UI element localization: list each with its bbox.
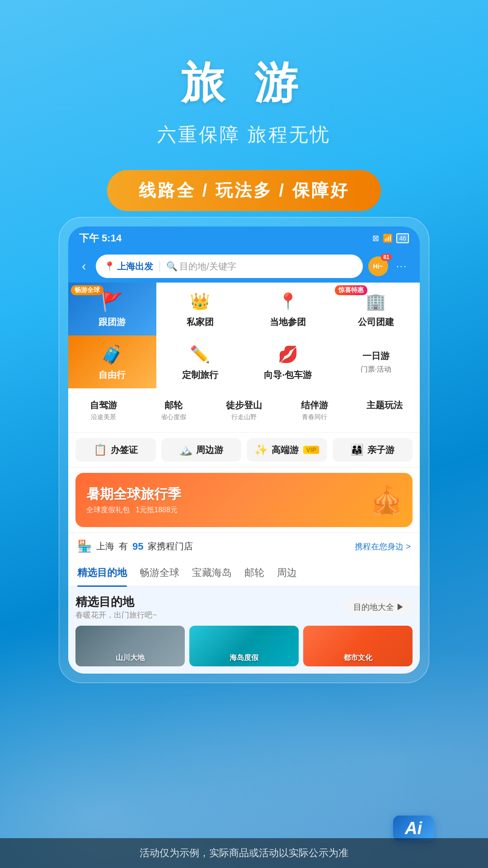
- hero-section: 旅 游 六重保障 旅程无忧 线路全 / 玩法多 / 保障好: [0, 0, 488, 238]
- ai-badge: Ai: [393, 816, 434, 841]
- store-link[interactable]: 携程在您身边 >: [355, 541, 411, 552]
- quick-family[interactable]: 👨‍👩‍👧 亲子游: [333, 438, 413, 462]
- private-tour-icon: 👑: [188, 290, 212, 313]
- featured-all-button[interactable]: 目的地大全 ▶: [345, 598, 413, 616]
- tab-cruise[interactable]: 邮轮: [244, 560, 264, 586]
- menu-text-companion[interactable]: 结伴游 青春同行: [279, 396, 350, 425]
- visa-icon: 📋: [94, 443, 107, 456]
- menu-item-day-tour[interactable]: 一日游 门票·活动: [332, 335, 420, 388]
- private-tour-label: 私家团: [187, 316, 214, 328]
- quick-visa[interactable]: 📋 办签证: [75, 438, 156, 462]
- store-icon: 🏪: [77, 539, 92, 553]
- destination-images: 山川大地 海岛度假 都市文化: [75, 626, 413, 666]
- dest-mountain[interactable]: 山川大地: [75, 626, 185, 666]
- banner-section: 暑期全球旅行季 全球度假礼包 1元抵1888元 🎪: [68, 467, 420, 533]
- self-drive-sub: 沿途美景: [91, 413, 116, 421]
- free-travel-label: 自由行: [99, 369, 126, 381]
- theme-label: 主题玩法: [366, 399, 403, 411]
- nearby-icon: 🏔️: [179, 443, 192, 456]
- search-bar[interactable]: 📍 上海出发 🔍 目的地/关键字: [96, 255, 362, 278]
- menu-text-self-drive[interactable]: 自驾游 沿途美景: [68, 396, 139, 425]
- custom-travel-label: 定制旅行: [182, 369, 218, 381]
- cruise-label: 邮轮: [164, 399, 183, 411]
- search-divider: [160, 261, 160, 272]
- day-tour-sublabel: 门票·活动: [361, 365, 391, 374]
- dest-city[interactable]: 都市文化: [303, 626, 413, 666]
- local-tour-label: 当地参团: [270, 316, 306, 328]
- hiking-sub: 行走山野: [231, 413, 257, 421]
- companion-sub: 青春同行: [302, 413, 327, 421]
- group-tour-tag: 畅游全球: [71, 285, 103, 295]
- cruise-sub: 省心度假: [161, 413, 186, 421]
- more-button[interactable]: ···: [393, 259, 411, 274]
- store-info: 🏪 上海 有 95 家携程门店: [77, 539, 193, 553]
- notification-badge: 81: [381, 254, 391, 261]
- phone-screen: 下午 5:14 ⊠ 📶 46 ‹ 📍 上海出发 🔍 目的地/关键字: [68, 226, 420, 674]
- day-tour-label: 一日游: [362, 350, 389, 362]
- company-tour-icon: 🏢: [364, 290, 388, 313]
- menu-item-local-tour[interactable]: 📍 当地参团: [244, 283, 332, 335]
- text-menu-row: 自驾游 沿途美景 邮轮 省心度假 徒步登山 行走山野 结伴游 青春同行 主题玩法: [68, 388, 420, 433]
- location-pin-icon: 📍: [104, 261, 115, 272]
- custom-travel-icon: ✏️: [188, 343, 212, 366]
- local-tour-icon: 📍: [276, 290, 300, 313]
- menu-grid: 畅游全球 🚩 跟团游 👑 私家团 📍 当地参团 惊喜特惠 🏢 公司团建 🧳 自由…: [68, 283, 420, 388]
- tabs-section: 精选目的地 畅游全球 宝藏海岛 邮轮 周边: [68, 560, 420, 587]
- tab-nearby[interactable]: 周边: [277, 560, 297, 586]
- quick-luxury[interactable]: ✨ 高端游 VIP: [247, 438, 327, 462]
- menu-text-cruise[interactable]: 邮轮 省心度假: [139, 396, 209, 425]
- banner-decoration: 🎪: [370, 484, 404, 516]
- footer-disclaimer: 活动仅为示例，实际商品或活动以实际公示为准: [0, 838, 488, 868]
- menu-item-guide-car[interactable]: 💋 向导·包车游: [244, 335, 332, 388]
- menu-text-hiking[interactable]: 徒步登山 行走山野: [209, 396, 279, 425]
- nav-bar: ‹ 📍 上海出发 🔍 目的地/关键字 Hi~ 81 ···: [68, 250, 420, 283]
- tab-island[interactable]: 宝藏海岛: [192, 560, 232, 586]
- menu-text-theme[interactable]: 主题玩法: [349, 396, 420, 425]
- guide-car-icon: 💋: [276, 343, 300, 366]
- featured-section: 精选目的地 春暖花开，出门旅行吧~ 目的地大全 ▶ 山川大地 海岛度假 都市文化: [68, 587, 420, 674]
- tab-featured[interactable]: 精选目的地: [77, 560, 127, 586]
- menu-item-custom-travel[interactable]: ✏️ 定制旅行: [156, 335, 244, 388]
- hiking-label: 徒步登山: [226, 399, 262, 411]
- banner-content: 暑期全球旅行季 全球度假礼包 1元抵1888元: [86, 485, 181, 515]
- companion-label: 结伴游: [301, 399, 328, 411]
- phone-mockup: 下午 5:14 ⊠ 📶 46 ‹ 📍 上海出发 🔍 目的地/关键字: [59, 217, 429, 683]
- store-count: 95: [132, 541, 143, 552]
- search-destination-input[interactable]: 🔍 目的地/关键字: [166, 260, 236, 273]
- nav-actions: Hi~ 81 ···: [368, 256, 411, 276]
- dest-beach[interactable]: 海岛度假: [189, 626, 299, 666]
- company-tour-tag: 惊喜特惠: [335, 285, 367, 295]
- group-tour-label: 跟团游: [99, 316, 126, 328]
- banner-title: 暑期全球旅行季: [86, 485, 181, 504]
- menu-item-group-tour[interactable]: 畅游全球 🚩 跟团游: [68, 283, 156, 335]
- quick-categories: 📋 办签证 🏔️ 周边游 ✨ 高端游 VIP 👨‍👩‍👧 亲子游: [68, 433, 420, 467]
- hero-subtitle: 六重保障 旅程无忧: [0, 122, 488, 147]
- guide-car-label: 向导·包车游: [264, 369, 312, 381]
- group-tour-icon: 🚩: [100, 290, 124, 313]
- family-icon: 👨‍👩‍👧: [350, 443, 364, 456]
- promo-banner[interactable]: 暑期全球旅行季 全球度假礼包 1元抵1888元 🎪: [75, 473, 413, 527]
- tab-global[interactable]: 畅游全球: [140, 560, 179, 586]
- banner-sub: 全球度假礼包 1元抵1888元: [86, 505, 181, 515]
- menu-item-free-travel[interactable]: 🧳 自由行: [68, 335, 156, 388]
- featured-subtitle: 春暖花开，出门旅行吧~: [75, 610, 157, 620]
- menu-item-private-tour[interactable]: 👑 私家团: [156, 283, 244, 335]
- back-button[interactable]: ‹: [77, 257, 90, 275]
- featured-header: 精选目的地 春暖花开，出门旅行吧~ 目的地大全 ▶: [75, 594, 413, 620]
- vip-badge: VIP: [303, 446, 319, 454]
- hero-title: 旅 游: [0, 54, 488, 113]
- featured-title: 精选目的地: [75, 594, 157, 610]
- store-row: 🏪 上海 有 95 家携程门店 携程在您身边 >: [68, 533, 420, 560]
- luxury-icon: ✨: [254, 443, 268, 456]
- self-drive-label: 自驾游: [90, 399, 117, 411]
- quick-nearby[interactable]: 🏔️ 周边游: [161, 438, 242, 462]
- search-departure: 📍 上海出发: [104, 260, 153, 273]
- company-tour-label: 公司团建: [358, 316, 394, 328]
- menu-item-company-tour[interactable]: 惊喜特惠 🏢 公司团建: [332, 283, 420, 335]
- user-avatar[interactable]: Hi~ 81: [368, 256, 388, 276]
- search-icon: 🔍: [166, 261, 178, 272]
- hero-badge: 线路全 / 玩法多 / 保障好: [107, 170, 380, 211]
- free-travel-icon: 🧳: [100, 343, 124, 366]
